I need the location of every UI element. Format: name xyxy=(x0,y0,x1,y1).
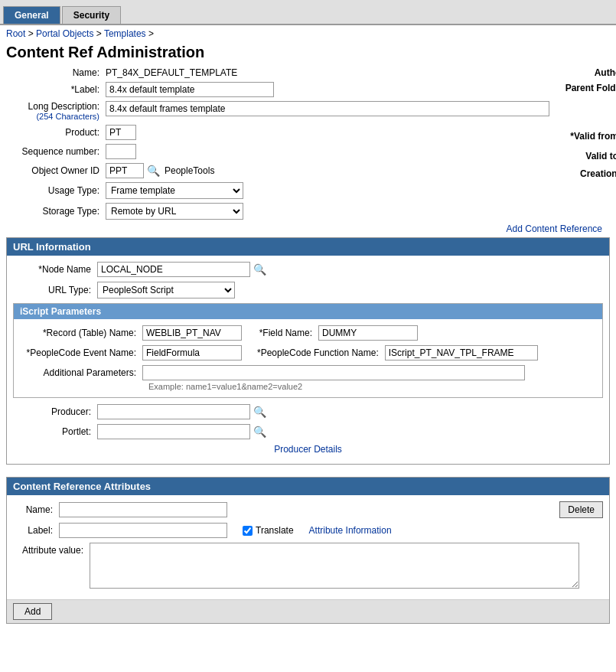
tabs-bar: General Security xyxy=(0,0,616,25)
storage-label: Storage Type: xyxy=(6,206,106,217)
url-type-label: URL Type: xyxy=(13,285,97,295)
event-input[interactable] xyxy=(142,345,242,360)
url-type-select[interactable]: PeopleSoft Script Non-PeopleSoft URL xyxy=(97,282,235,298)
producer-search-icon[interactable]: 🔍 xyxy=(253,406,266,418)
parent-folder-label: Parent Folder: xyxy=(557,83,616,93)
producer-label: Producer: xyxy=(13,406,97,417)
node-search-icon[interactable]: 🔍 xyxy=(253,263,266,276)
tab-security[interactable]: Security xyxy=(62,6,121,24)
breadcrumb-templates[interactable]: Templates xyxy=(104,28,146,39)
label-input[interactable] xyxy=(106,82,274,97)
add-content-reference-link[interactable]: Add Content Reference xyxy=(507,223,602,234)
url-info-section: URL Information *Node Name 🔍 URL Type: P… xyxy=(6,237,610,465)
sequence-input[interactable] xyxy=(106,144,136,159)
function-input[interactable] xyxy=(385,345,538,360)
translate-checkbox[interactable] xyxy=(243,526,253,536)
cra-label-input[interactable] xyxy=(59,523,227,538)
name-value: PT_84X_DEFAULT_TEMPLATE xyxy=(106,67,237,78)
cra-section-header: Content Reference Attributes xyxy=(7,478,609,495)
cra-delete-button[interactable]: Delete xyxy=(559,501,603,518)
label-field-label: *Label: xyxy=(6,84,106,95)
owner-label: Object Owner ID xyxy=(6,165,106,176)
cra-label-label: Label: xyxy=(13,525,59,536)
add-button-row: Add xyxy=(7,599,609,623)
long-desc-input[interactable] xyxy=(106,101,549,116)
portlet-label: Portlet: xyxy=(13,426,97,437)
storage-select[interactable]: Remote by URL Local Database xyxy=(106,203,243,220)
field-name-label: *Field Name: xyxy=(242,328,318,338)
producer-input[interactable] xyxy=(97,404,250,419)
translate-label: Translate xyxy=(256,525,294,536)
creation-date-label: Creation Date: xyxy=(557,168,616,179)
breadcrumb-portal-objects[interactable]: Portal Objects xyxy=(36,28,93,39)
attr-value-textarea[interactable] xyxy=(90,543,579,589)
valid-to-label: Valid to date: xyxy=(557,151,616,161)
cra-section: Content Reference Attributes Name: Delet… xyxy=(6,477,610,624)
event-label: *PeopleCode Event Name: xyxy=(20,347,142,358)
record-input[interactable] xyxy=(142,325,242,341)
page-title: Content Ref Administration xyxy=(0,42,616,67)
portlet-search-icon[interactable]: 🔍 xyxy=(253,426,266,438)
owner-search-icon[interactable]: 🔍 xyxy=(147,165,160,177)
producer-details-link[interactable]: Producer Details xyxy=(274,444,342,455)
breadcrumb-root[interactable]: Root xyxy=(6,28,25,39)
cra-name-label: Name: xyxy=(13,504,59,515)
add-button[interactable]: Add xyxy=(13,603,52,620)
valid-from-label: *Valid from date: xyxy=(557,131,616,142)
example-text: Example: name1=value1&name2=value2 xyxy=(148,382,302,391)
url-section-header: URL Information xyxy=(7,238,609,256)
field-name-input[interactable] xyxy=(318,325,418,341)
breadcrumb: Root > Portal Objects > Templates > xyxy=(0,25,616,42)
tab-general[interactable]: General xyxy=(3,6,60,24)
additional-params-label: Additional Parameters: xyxy=(20,367,142,378)
additional-params-input[interactable] xyxy=(142,365,525,380)
attr-value-label: Attribute value: xyxy=(13,543,90,556)
attribute-information-link[interactable]: Attribute Information xyxy=(309,525,392,536)
long-desc-sub: (254 Characters) xyxy=(6,112,99,121)
node-name-input[interactable] xyxy=(97,262,250,277)
sequence-label: Sequence number: xyxy=(6,146,106,157)
product-label: Product: xyxy=(6,127,106,138)
portlet-input[interactable] xyxy=(97,424,250,439)
owner-text: PeopleTools xyxy=(165,165,214,176)
iscript-section: iScript Parameters *Record (Table) Name:… xyxy=(13,303,603,398)
record-label: *Record (Table) Name: xyxy=(20,328,142,338)
cra-name-input[interactable] xyxy=(59,502,227,517)
usage-label: Usage Type: xyxy=(6,185,106,196)
product-input[interactable] xyxy=(106,125,136,140)
long-desc-label: Long Description: xyxy=(6,101,99,112)
usage-select[interactable]: Frame template Target Content Homepage D… xyxy=(106,182,243,199)
function-label: *PeopleCode Function Name: xyxy=(242,347,385,358)
iscript-header: iScript Parameters xyxy=(14,304,602,319)
name-label: Name: xyxy=(6,67,106,78)
owner-input[interactable] xyxy=(106,163,144,178)
author-label: Author: xyxy=(557,67,616,78)
node-name-label: *Node Name xyxy=(13,264,97,275)
main-content: Name: PT_84X_DEFAULT_TEMPLATE *Label: Lo… xyxy=(0,67,616,624)
